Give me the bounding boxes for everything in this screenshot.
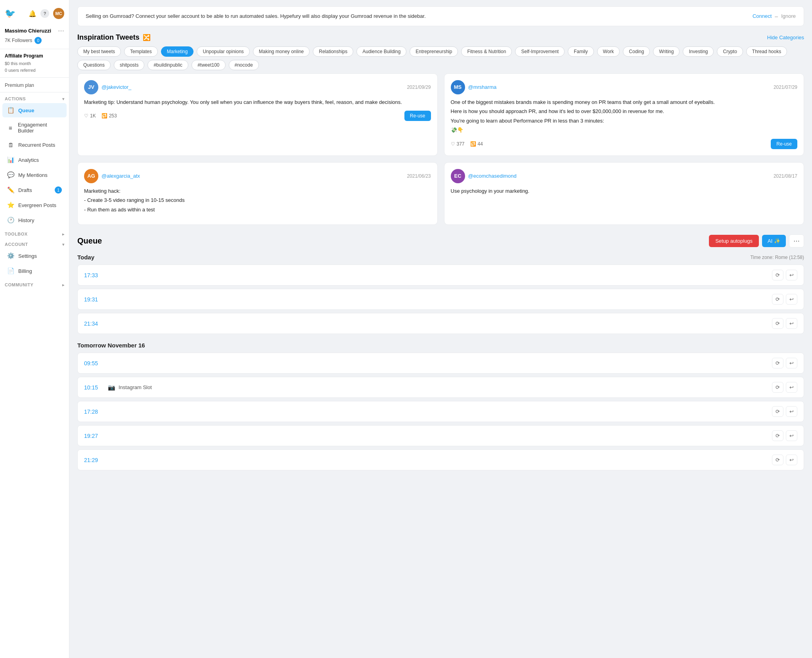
category-tag-investing[interactable]: Investing bbox=[683, 46, 714, 57]
category-tag-unpopular-opinions[interactable]: Unpopular opinions bbox=[197, 46, 249, 57]
category-tag-my-best-tweets[interactable]: My best tweets bbox=[77, 46, 121, 57]
setup-autoplugs-button[interactable]: Setup autoplugs bbox=[709, 235, 759, 247]
queue-slot[interactable]: 10:15 📷 Instagram Slot ⟳ ↩ bbox=[77, 377, 804, 398]
queue-label: Queue bbox=[18, 107, 34, 113]
category-tag-tweet100[interactable]: #tweet100 bbox=[192, 60, 225, 70]
tweet-body: Marketing hack:- Create 3-5 video rangin… bbox=[84, 187, 431, 214]
reply-slot-button[interactable]: ↩ bbox=[786, 318, 797, 329]
queue-slot[interactable]: 17:33 ⟳ ↩ bbox=[77, 265, 804, 286]
reuse-button-tweet2[interactable]: Re-use bbox=[771, 139, 797, 149]
retweet-slot-button[interactable]: ⟳ bbox=[772, 294, 783, 305]
retweet-slot-button[interactable]: ⟳ bbox=[772, 406, 783, 417]
community-section-header[interactable]: COMMUNITY ▸ bbox=[0, 278, 69, 289]
reply-slot-button[interactable]: ↩ bbox=[786, 358, 797, 368]
category-tag-audience-building[interactable]: Audience Building bbox=[356, 46, 406, 57]
tweet-date: 2021/06/23 bbox=[407, 173, 431, 179]
category-tag-entrepreneurship[interactable]: Entrepreneurship bbox=[410, 46, 458, 57]
toolbox-label: TOOLBOX bbox=[5, 232, 28, 236]
heart-icon: ♡ bbox=[84, 113, 88, 119]
tweet-body: One of the biggest mistakes brands make … bbox=[451, 98, 798, 134]
tweet-username: @alexgarcia_atx bbox=[102, 173, 140, 179]
category-tag-making-money-online[interactable]: Making money online bbox=[253, 46, 310, 57]
queue-slot[interactable]: 19:27 ⟳ ↩ bbox=[77, 425, 804, 446]
category-tag-shitposts[interactable]: shitposts bbox=[114, 60, 144, 70]
retweet-slot-button[interactable]: ⟳ bbox=[772, 270, 783, 280]
retweet-slot-button[interactable]: ⟳ bbox=[772, 430, 783, 441]
queue-slot[interactable]: 19:31 ⟳ ↩ bbox=[77, 289, 804, 310]
user-menu-button[interactable]: ⋯ bbox=[58, 27, 64, 35]
nav-my-mentions[interactable]: 💬 My Mentions bbox=[2, 168, 67, 182]
queue-slot[interactable]: 21:29 ⟳ ↩ bbox=[77, 449, 804, 470]
nav-analytics[interactable]: 📊 Analytics bbox=[2, 153, 67, 167]
tweet-date: 2021/07/29 bbox=[774, 84, 797, 90]
nav-billing[interactable]: 📄 Billing bbox=[2, 264, 67, 278]
ai-button[interactable]: AI ✨ bbox=[762, 235, 786, 247]
user-row: Massimo Chieruzzi ⋯ bbox=[5, 27, 64, 35]
reply-slot-button[interactable]: ↩ bbox=[786, 270, 797, 280]
ignore-button[interactable]: Ignore bbox=[781, 13, 796, 19]
tweet-card-tweet2: MS @mrsharma 2021/07/29 One of the bigge… bbox=[444, 73, 804, 156]
reply-slot-button[interactable]: ↩ bbox=[786, 406, 797, 417]
reuse-button-tweet1[interactable]: Re-use bbox=[404, 111, 431, 121]
connect-button[interactable]: Connect bbox=[753, 13, 772, 19]
recurrent-posts-label: Recurrent Posts bbox=[18, 142, 55, 148]
inspiration-title: Inspiration Tweets 🔀 bbox=[77, 33, 151, 42]
retweet-slot-button[interactable]: ⟳ bbox=[772, 318, 783, 329]
queue-more-button[interactable]: ⋯ bbox=[789, 234, 804, 247]
hide-categories-button[interactable]: Hide Categories bbox=[767, 35, 804, 40]
queue-title: Queue bbox=[77, 236, 102, 246]
reply-slot-button[interactable]: ↩ bbox=[786, 294, 797, 305]
category-tag-relationships[interactable]: Relationships bbox=[313, 46, 353, 57]
reply-slot-button[interactable]: ↩ bbox=[786, 382, 797, 393]
category-tag-marketing[interactable]: Marketing bbox=[161, 46, 194, 57]
account-section-header[interactable]: ACCOUNT ▾ bbox=[0, 238, 69, 248]
nav-queue[interactable]: 📋 Queue bbox=[2, 103, 67, 117]
queue-slot[interactable]: 17:28 ⟳ ↩ bbox=[77, 401, 804, 422]
shuffle-icon[interactable]: 🔀 bbox=[143, 34, 151, 41]
category-tag-fitness-nutrition[interactable]: Fitness & Nutrition bbox=[461, 46, 512, 57]
nav-drafts[interactable]: ✏️ Drafts 1 bbox=[2, 183, 67, 197]
instagram-icon: 📷 bbox=[108, 384, 115, 391]
nav-evergreen-posts[interactable]: ⭐ Evergreen Posts bbox=[2, 198, 67, 212]
nav-engagement-builder[interactable]: ≡ Engagement Builder bbox=[2, 118, 67, 137]
category-tag-family[interactable]: Family bbox=[568, 46, 594, 57]
inspiration-header: Inspiration Tweets 🔀 Hide Categories bbox=[77, 33, 804, 42]
slot-actions: ⟳ ↩ bbox=[772, 294, 797, 305]
tweet-body: Use psychology in your marketing. bbox=[451, 187, 798, 195]
settings-label: Settings bbox=[18, 253, 37, 259]
account-label: ACCOUNT bbox=[5, 242, 28, 247]
category-tag-writing[interactable]: Writing bbox=[653, 46, 680, 57]
retweet-slot-button[interactable]: ⟳ bbox=[772, 358, 783, 368]
queue-slot[interactable]: 09:55 ⟳ ↩ bbox=[77, 353, 804, 374]
evergreen-posts-label: Evergreen Posts bbox=[18, 202, 56, 208]
nav-settings[interactable]: ⚙️ Settings bbox=[2, 249, 67, 263]
followers-count: 7K Followers bbox=[5, 38, 32, 43]
retweet-slot-button[interactable]: ⟳ bbox=[772, 455, 783, 465]
actions-section-header[interactable]: ACTIONS ▾ bbox=[0, 92, 69, 103]
toolbox-section-header[interactable]: TOOLBOX ▸ bbox=[0, 228, 69, 238]
category-tag-coding[interactable]: Coding bbox=[623, 46, 650, 57]
help-icon[interactable]: ? bbox=[40, 9, 49, 18]
affiliate-title: Affiliate Program bbox=[5, 53, 64, 59]
nav-history[interactable]: 🕐 History bbox=[2, 213, 67, 227]
nav-recurrent-posts[interactable]: 🗓 Recurrent Posts bbox=[2, 138, 67, 152]
category-tag-questions[interactable]: Questions bbox=[77, 60, 111, 70]
category-tag-nocode[interactable]: #nocode bbox=[229, 60, 259, 70]
notifications-icon[interactable]: 🔔 bbox=[29, 10, 36, 17]
category-tag-thread-hooks[interactable]: Thread hooks bbox=[746, 46, 787, 57]
avatar[interactable]: MC bbox=[53, 8, 64, 19]
category-tag-work[interactable]: Work bbox=[597, 46, 620, 57]
slot-time: 21:34 bbox=[84, 320, 103, 327]
queue-slot[interactable]: 21:34 ⟳ ↩ bbox=[77, 313, 804, 334]
slot-label: 📷 Instagram Slot bbox=[103, 384, 772, 391]
category-tag-buildinpublic[interactable]: #buildinpublic bbox=[147, 60, 188, 70]
slot-time: 19:27 bbox=[84, 433, 103, 439]
slot-time: 09:55 bbox=[84, 360, 103, 366]
category-tag-self-improvement[interactable]: Self-Improvement bbox=[515, 46, 565, 57]
user-section: Massimo Chieruzzi ⋯ 7K Followers 0 bbox=[0, 24, 69, 49]
category-tag-crypto[interactable]: Crypto bbox=[717, 46, 743, 57]
retweet-slot-button[interactable]: ⟳ bbox=[772, 382, 783, 393]
category-tag-templates[interactable]: Templates bbox=[124, 46, 158, 57]
reply-slot-button[interactable]: ↩ bbox=[786, 430, 797, 441]
reply-slot-button[interactable]: ↩ bbox=[786, 455, 797, 465]
